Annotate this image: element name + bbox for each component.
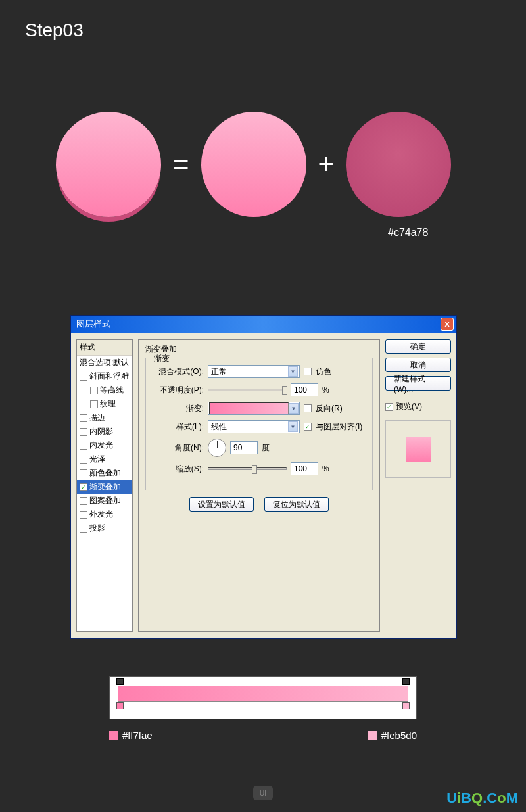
- blend-options-item[interactable]: 混合选项:默认: [77, 356, 132, 370]
- chevron-down-icon: ▼: [288, 366, 298, 377]
- checkbox[interactable]: [80, 511, 87, 519]
- scale-label: 缩放(S):: [153, 464, 204, 475]
- checkbox[interactable]: [80, 373, 87, 381]
- gradient-overlay-panel: 渐变叠加 渐变 混合模式(O): 正常 ▼ 仿色 不透明度(P): 100: [138, 339, 380, 632]
- color-stop-left[interactable]: [116, 702, 124, 709]
- style-item-gradientoverlay[interactable]: ✓渐变叠加: [77, 480, 132, 494]
- checkbox[interactable]: [80, 428, 87, 436]
- checkbox[interactable]: [90, 400, 98, 408]
- styles-list: 样式 混合选项:默认 斜面和浮雕 等高线 纹理 描边 内阴影 内发光 光泽 颜色…: [76, 339, 133, 632]
- opacity-label: 不透明度(P):: [153, 385, 204, 396]
- style-item-coloroverlay[interactable]: 颜色叠加: [77, 466, 132, 480]
- dialog-title-text: 图层样式: [76, 318, 110, 330]
- reverse-checkbox[interactable]: [304, 404, 312, 412]
- checkbox[interactable]: [80, 525, 87, 533]
- checkbox[interactable]: [80, 442, 87, 450]
- circles-equation: = +: [56, 112, 451, 217]
- right-hex: #feb5d0: [381, 730, 417, 741]
- angle-unit: 度: [262, 442, 270, 454]
- step-title: Step03: [25, 20, 84, 41]
- opacity-input[interactable]: 100: [291, 383, 318, 396]
- scale-input[interactable]: 100: [291, 462, 318, 475]
- chevron-down-icon: ▼: [288, 421, 298, 432]
- checkbox[interactable]: [80, 497, 87, 505]
- fieldset-label: 渐变: [151, 353, 172, 364]
- set-default-button[interactable]: 设置为默认值: [189, 497, 254, 512]
- color-stop-right[interactable]: [402, 702, 410, 709]
- opacity-stop-left[interactable]: [116, 678, 124, 685]
- result-circle: [56, 112, 161, 217]
- checkbox[interactable]: [90, 387, 98, 394]
- checkbox[interactable]: [80, 414, 87, 422]
- angle-dial[interactable]: [208, 439, 226, 457]
- dither-checkbox[interactable]: [304, 368, 312, 375]
- plus-sign: +: [318, 149, 335, 180]
- style-item-innerglow[interactable]: 内发光: [77, 439, 132, 452]
- gradient-label: 渐变:: [153, 403, 204, 414]
- style-item-patternoverlay[interactable]: 图案叠加: [77, 494, 132, 508]
- reset-default-button[interactable]: 复位为默认值: [264, 497, 329, 512]
- style-item-contour[interactable]: 等高线: [77, 383, 132, 397]
- opacity-stop-right[interactable]: [402, 678, 410, 685]
- angle-input[interactable]: 90: [230, 441, 258, 454]
- align-checkbox[interactable]: ✓: [304, 423, 312, 431]
- base-circle: [346, 112, 451, 217]
- gradient-bar[interactable]: [118, 686, 408, 702]
- swatch-icon: [368, 731, 377, 740]
- dialog-right-panel: 确定 取消 新建样式(W)... ✓ 预览(V): [385, 339, 451, 632]
- dither-label: 仿色: [316, 366, 331, 377]
- gradient-preview: [209, 402, 289, 414]
- gradient-picker[interactable]: ▼: [208, 402, 300, 415]
- swatch-icon: [109, 731, 118, 740]
- blend-mode-label: 混合模式(O):: [153, 366, 204, 377]
- preview-swatch: [406, 437, 431, 462]
- gradient-editor: [109, 676, 417, 719]
- style-item-stroke[interactable]: 描边: [77, 411, 132, 425]
- checkbox-checked[interactable]: ✓: [80, 483, 87, 491]
- preview-checkbox[interactable]: ✓: [385, 403, 393, 411]
- style-select[interactable]: 线性 ▼: [208, 420, 300, 433]
- checkbox[interactable]: [80, 469, 87, 477]
- style-item-texture[interactable]: 纹理: [77, 397, 132, 411]
- style-item-satin[interactable]: 光泽: [77, 452, 132, 466]
- group-title: 渐变叠加: [145, 344, 373, 355]
- gradient-circle: [201, 112, 306, 217]
- opacity-slider[interactable]: [208, 389, 287, 391]
- style-item-outerglow[interactable]: 外发光: [77, 508, 132, 521]
- checkbox[interactable]: [80, 456, 87, 464]
- watermark-logo: UiBQ.CoM: [446, 790, 518, 807]
- align-label: 与图层对齐(I): [316, 421, 362, 433]
- ok-button[interactable]: 确定: [385, 339, 451, 354]
- layer-style-dialog: 图层样式 X 样式 混合选项:默认 斜面和浮雕 等高线 纹理 描边 内阴影 内发…: [70, 315, 457, 639]
- equals-sign: =: [173, 149, 189, 180]
- preview-label: 预览(V): [396, 401, 422, 412]
- connector-line: [254, 217, 254, 316]
- base-hex-label: #c74a78: [388, 227, 428, 239]
- styles-header[interactable]: 样式: [77, 340, 132, 356]
- percent-unit: %: [322, 385, 329, 394]
- new-style-button[interactable]: 新建样式(W)...: [385, 376, 451, 391]
- blend-mode-select[interactable]: 正常 ▼: [208, 365, 300, 378]
- scale-slider[interactable]: [208, 467, 287, 470]
- style-label: 样式(L):: [153, 421, 204, 433]
- chevron-down-icon: ▼: [289, 403, 299, 414]
- left-hex: #ff7fae: [122, 730, 153, 741]
- style-item-innershadow[interactable]: 内阴影: [77, 425, 132, 439]
- dialog-titlebar[interactable]: 图层样式 X: [71, 316, 456, 333]
- preview-area: [385, 420, 451, 478]
- reverse-label: 反向(R): [316, 403, 343, 414]
- ui-cn-logo: UI: [253, 786, 273, 800]
- angle-label: 角度(N):: [153, 442, 204, 454]
- style-item-bevel[interactable]: 斜面和浮雕: [77, 370, 132, 383]
- close-button[interactable]: X: [441, 318, 454, 331]
- percent-unit: %: [322, 464, 329, 473]
- cancel-button[interactable]: 取消: [385, 358, 451, 372]
- hex-row: #ff7fae #feb5d0: [109, 730, 417, 741]
- style-item-dropshadow[interactable]: 投影: [77, 521, 132, 535]
